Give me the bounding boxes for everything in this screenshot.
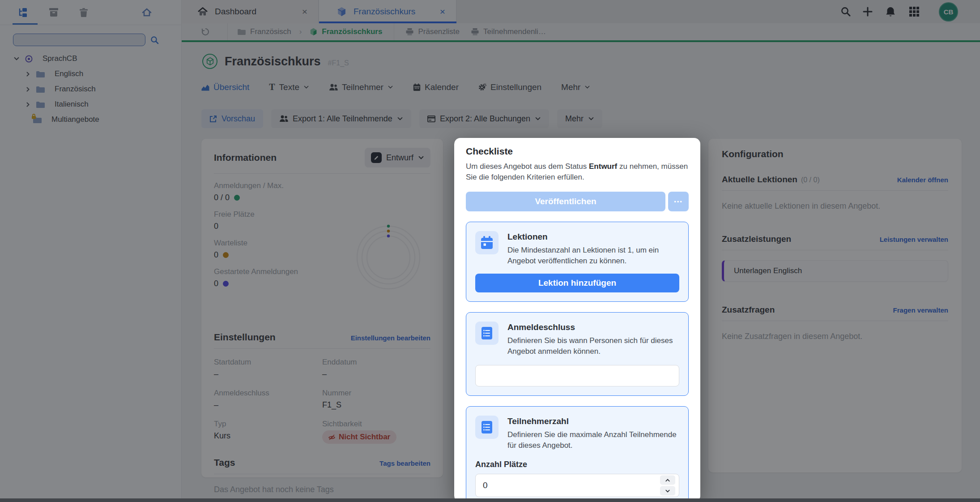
item-text: Definieren Sie bis wann Personen sich fü… [507, 335, 679, 357]
checklist-item-anmeldeschluss: Anmeldeschluss Definieren Sie bis wann P… [466, 312, 689, 396]
publish-more-button[interactable]: ••• [668, 192, 689, 211]
item-title: Lektionen [507, 231, 679, 242]
publish-button-disabled[interactable]: Veröffentlichen [466, 192, 665, 211]
add-lesson-button[interactable]: Lektion hinzufügen [475, 274, 679, 292]
form-list-icon [475, 322, 499, 345]
anzahl-plaetze-label: Anzahl Plätze [475, 460, 679, 469]
checklist-item-lektionen: Lektionen Die Mindestanzahl an Lektionen… [466, 222, 689, 302]
modal-title: Checkliste [466, 138, 689, 157]
item-title: Anmeldeschluss [507, 322, 679, 332]
stepper-down-button[interactable] [660, 486, 675, 496]
checklist-modal: Checkliste Um dieses Angebot aus dem Sta… [454, 138, 700, 502]
modal-intro: Um dieses Angebot aus dem Status Entwurf… [466, 161, 689, 183]
form-list-icon [475, 416, 499, 439]
anmeldeschluss-input[interactable] [475, 365, 679, 386]
anzahl-plaetze-stepper [475, 474, 679, 497]
window-bottom-edge [0, 498, 980, 502]
anzahl-plaetze-input[interactable] [476, 474, 679, 497]
item-title: Teilnehmerzahl [507, 416, 679, 426]
calendar-icon [475, 231, 499, 254]
item-text: Definieren Sie die maximale Anzahl Teiln… [507, 429, 679, 451]
checklist-item-teilnehmerzahl: Teilnehmerzahl Definieren Sie die maxima… [466, 406, 689, 502]
stepper-up-button[interactable] [660, 476, 675, 485]
item-text: Die Mindestanzahl an Lektionen ist 1, um… [507, 245, 679, 266]
